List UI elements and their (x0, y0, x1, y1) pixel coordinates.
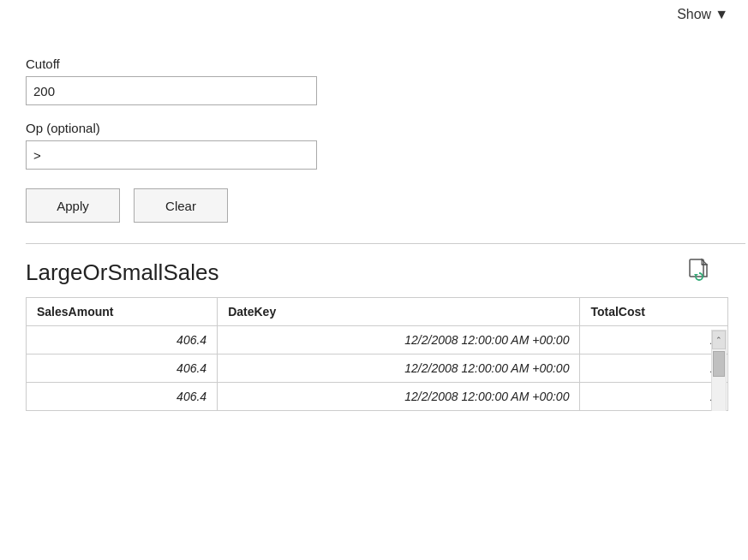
data-table: SalesAmount DateKey TotalCost 406.4 12/2… (26, 297, 728, 411)
data-table-wrapper: SalesAmount DateKey TotalCost 406.4 12/2… (26, 297, 745, 411)
cell-sales: 406.4 (27, 354, 218, 383)
col-sales-amount: SalesAmount (27, 298, 218, 326)
clear-button[interactable]: Clear (134, 188, 228, 223)
col-datekey: DateKey (218, 298, 580, 326)
apply-button[interactable]: Apply (26, 188, 120, 223)
cell-cost: 2 (580, 326, 728, 354)
table-row: 406.4 12/2/2008 12:00:00 AM +00:00 2 (27, 326, 728, 354)
cutoff-input[interactable] (26, 76, 317, 105)
show-button[interactable]: Show ▼ (677, 7, 728, 22)
result-title: LargeOrSmallSales (26, 259, 218, 286)
op-input[interactable] (26, 140, 317, 170)
op-label: Op (optional) (26, 121, 745, 135)
table-row: 406.4 12/2/2008 12:00:00 AM +00:00 2 (27, 354, 728, 383)
cell-date: 12/2/2008 12:00:00 AM +00:00 (218, 354, 580, 383)
show-dropdown-arrow: ▼ (715, 7, 728, 22)
table-header-row: SalesAmount DateKey TotalCost (27, 298, 728, 326)
cell-date: 12/2/2008 12:00:00 AM +00:00 (218, 326, 580, 354)
table-scroll-thumb[interactable] (713, 351, 725, 377)
top-bar: Show ▼ (0, 0, 748, 29)
table-scrollbar: ⌃ (711, 330, 727, 411)
show-label: Show (677, 7, 711, 22)
button-row: Apply Clear (26, 188, 745, 223)
cell-cost: 2 (580, 354, 728, 383)
cell-date: 12/2/2008 12:00:00 AM +00:00 (218, 383, 580, 411)
cell-cost: 2 (580, 383, 728, 411)
refresh-icon[interactable] (687, 258, 711, 287)
cell-sales: 406.4 (27, 326, 218, 354)
table-row: 406.4 12/2/2008 12:00:00 AM +00:00 2 (27, 383, 728, 411)
table-scroll-up[interactable]: ⌃ (712, 331, 726, 349)
cutoff-label: Cutoff (26, 57, 745, 71)
cell-sales: 406.4 (27, 383, 218, 411)
col-totalcost: TotalCost (580, 298, 728, 326)
section-divider (26, 243, 745, 244)
result-header: LargeOrSmallSales (26, 258, 745, 287)
